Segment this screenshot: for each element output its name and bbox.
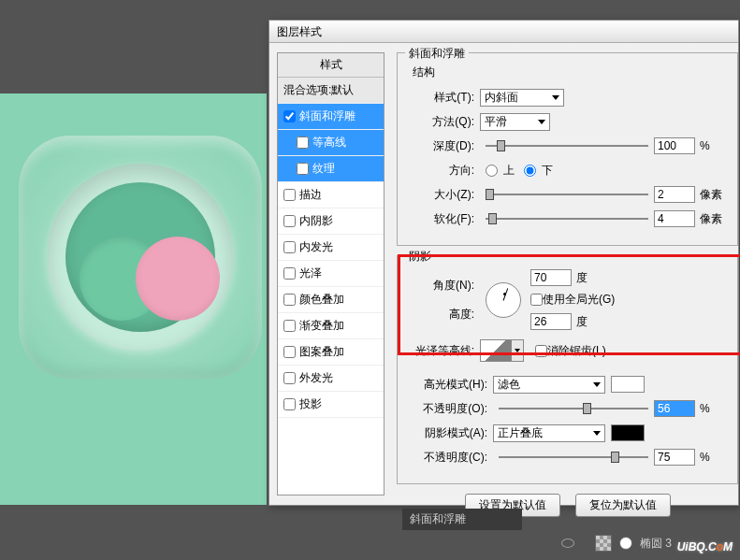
style-list: 样式 混合选项:默认 斜面和浮雕 等高线 纹理 描边 内阴影 内发光 光泽 颜色…: [277, 52, 385, 495]
stroke-checkbox[interactable]: [283, 189, 296, 201]
angle-dial[interactable]: [486, 282, 521, 318]
shadow-opacity-slider[interactable]: [499, 449, 648, 466]
inner-shadow-checkbox[interactable]: [283, 215, 296, 227]
style-stroke[interactable]: 描边: [278, 182, 384, 208]
depth-input[interactable]: [654, 137, 695, 154]
style-blend-options[interactable]: 混合选项:默认: [278, 78, 384, 104]
style-satin[interactable]: 光泽: [278, 261, 384, 287]
direction-down-radio[interactable]: [524, 165, 536, 177]
soften-label: 软化(F):: [407, 211, 474, 227]
shadow-opacity-input[interactable]: [654, 449, 695, 466]
shadow-opacity-unit: %: [700, 451, 728, 464]
antialias-checkbox[interactable]: [535, 345, 547, 357]
soften-input[interactable]: [654, 210, 695, 227]
highlight-opacity-unit: %: [700, 402, 728, 415]
layers-panel-fragment: 斜面和浮雕: [402, 509, 522, 530]
pattern-overlay-checkbox[interactable]: [283, 346, 296, 358]
watermark: UiBQ.CoM: [677, 532, 733, 556]
layer-style-dialog: 图层样式 样式 混合选项:默认 斜面和浮雕 等高线 纹理 描边 内阴影 内发光 …: [268, 20, 739, 506]
antialias-label: 消除锯齿(L): [547, 343, 606, 359]
shading-group: 阴影 角度(N): 高度: 度: [397, 255, 738, 484]
global-light-label: 使用全局光(G): [543, 292, 615, 308]
style-select[interactable]: 内斜面: [480, 89, 564, 107]
highlight-opacity-label: 不透明度(O):: [407, 401, 487, 417]
depth-unit: %: [700, 139, 728, 152]
soften-slider[interactable]: [486, 210, 648, 227]
size-input[interactable]: [654, 186, 695, 203]
dialog-titlebar[interactable]: 图层样式: [269, 21, 738, 43]
size-slider[interactable]: [486, 186, 648, 203]
color-overlay-checkbox[interactable]: [283, 294, 296, 306]
layer-mask-thumbnail[interactable]: [619, 537, 632, 550]
outer-glow-checkbox[interactable]: [283, 372, 296, 384]
style-bevel[interactable]: 斜面和浮雕: [278, 104, 384, 130]
shadow-color-swatch[interactable]: [611, 424, 645, 441]
layer-thumbnail[interactable]: [595, 535, 612, 552]
inner-glow-checkbox[interactable]: [283, 241, 296, 253]
angle-input[interactable]: [530, 269, 572, 286]
shading-title: 阴影: [405, 249, 435, 265]
depth-label: 深度(D):: [407, 138, 474, 154]
contour-checkbox[interactable]: [297, 136, 309, 149]
style-list-header: 样式: [278, 53, 384, 78]
size-unit: 像素: [700, 187, 728, 203]
dialog-title: 图层样式: [277, 25, 322, 38]
bevel-checkbox[interactable]: [283, 110, 296, 122]
highlight-opacity-slider[interactable]: [499, 400, 648, 417]
style-outer-glow[interactable]: 外发光: [278, 366, 384, 392]
highlight-mode-select[interactable]: 滤色: [493, 376, 605, 394]
method-select[interactable]: 平滑: [480, 113, 550, 131]
structure-group: 斜面和浮雕 结构 样式(T): 内斜面 方法(Q): 平滑 深度(D): %: [397, 52, 738, 246]
chevron-down-icon: [593, 431, 601, 436]
shadow-opacity-label: 不透明度(C):: [407, 450, 487, 466]
angle-label: 角度(N):: [407, 278, 474, 294]
altitude-unit: 度: [576, 314, 604, 330]
texture-checkbox[interactable]: [297, 163, 309, 175]
chevron-down-icon: [593, 382, 601, 387]
method-label: 方法(Q):: [407, 114, 474, 130]
altitude-label: 高度:: [407, 307, 474, 323]
style-inner-glow[interactable]: 内发光: [278, 235, 384, 261]
layer-name[interactable]: 椭圆 3: [640, 536, 672, 552]
reset-default-button[interactable]: 复位为默认值: [575, 494, 671, 517]
altitude-input[interactable]: [530, 313, 572, 330]
highlight-opacity-input[interactable]: [654, 400, 695, 417]
style-texture[interactable]: 纹理: [278, 156, 384, 182]
circle-pink: [136, 237, 220, 321]
gloss-contour-label: 光泽等高线:: [407, 343, 474, 359]
style-color-overlay[interactable]: 颜色叠加: [278, 287, 384, 313]
drop-shadow-checkbox[interactable]: [283, 398, 296, 410]
size-label: 大小(Z):: [407, 187, 474, 203]
structure-title: 结构: [413, 65, 728, 80]
bevel-group-title: 斜面和浮雕: [405, 46, 469, 62]
gradient-overlay-checkbox[interactable]: [283, 320, 296, 332]
eye-icon[interactable]: [561, 538, 574, 548]
soften-unit: 像素: [700, 211, 728, 227]
chevron-down-icon: [552, 95, 559, 100]
angle-unit: 度: [576, 270, 604, 286]
gloss-contour-picker[interactable]: [512, 339, 524, 362]
chevron-down-icon: [538, 120, 545, 124]
style-label: 样式(T):: [407, 90, 474, 106]
global-light-checkbox[interactable]: [530, 294, 543, 306]
direction-up-radio[interactable]: [486, 165, 498, 177]
shadow-mode-label: 阴影模式(A):: [407, 425, 487, 441]
style-contour[interactable]: 等高线: [278, 130, 384, 156]
style-gradient-overlay[interactable]: 渐变叠加: [278, 313, 384, 339]
icon-preview: [19, 136, 262, 379]
gloss-contour-swatch[interactable]: [480, 339, 512, 362]
style-drop-shadow[interactable]: 投影: [278, 392, 384, 418]
content-panel: 斜面和浮雕 结构 样式(T): 内斜面 方法(Q): 平滑 深度(D): %: [392, 43, 738, 505]
style-inner-shadow[interactable]: 内阴影: [278, 208, 384, 235]
shadow-mode-select[interactable]: 正片叠底: [493, 424, 605, 442]
style-pattern-overlay[interactable]: 图案叠加: [278, 339, 384, 366]
satin-checkbox[interactable]: [283, 267, 296, 280]
direction-label: 方向:: [407, 163, 474, 179]
highlight-mode-label: 高光模式(H):: [407, 377, 487, 393]
highlight-color-swatch[interactable]: [611, 376, 645, 393]
layer-effect-tab[interactable]: 斜面和浮雕: [402, 509, 522, 530]
depth-slider[interactable]: [486, 137, 648, 154]
